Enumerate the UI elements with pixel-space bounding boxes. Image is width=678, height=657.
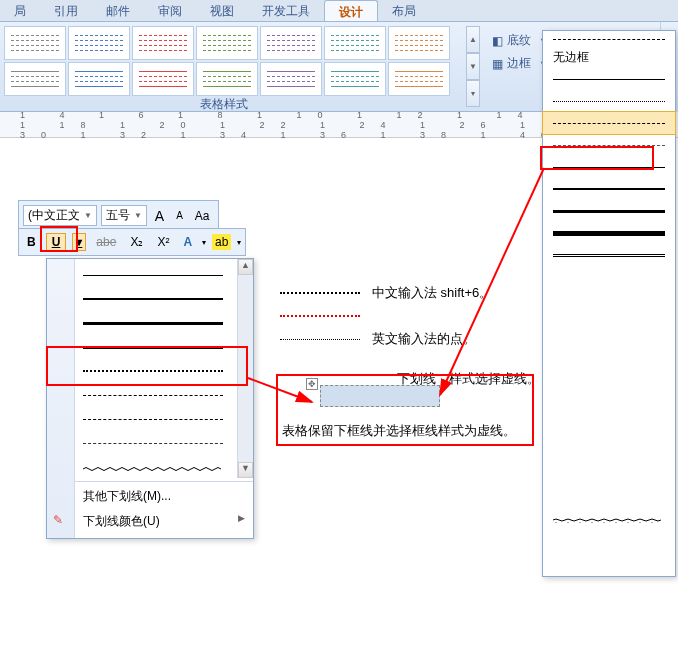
style-thumb[interactable] — [68, 26, 130, 60]
border-option-thin-thick3[interactable] — [543, 420, 675, 442]
border-option-hatch-rev[interactable] — [543, 552, 675, 574]
grow-font-button[interactable]: A — [151, 206, 168, 226]
bold-button[interactable]: B — [23, 233, 40, 251]
text-effects-button[interactable]: A — [179, 233, 196, 251]
dropdown-scrollbar[interactable]: ▲ ▼ — [237, 259, 253, 478]
style-thumb[interactable] — [68, 62, 130, 96]
sample-dotted-en — [280, 339, 360, 340]
change-case-button[interactable]: Aa — [191, 207, 214, 225]
border-option-solid-thick[interactable] — [543, 200, 675, 222]
border-option-dashdot[interactable] — [543, 134, 675, 156]
border-option-dotted[interactable] — [543, 90, 675, 112]
tab-layout[interactable]: 布局 — [378, 0, 430, 21]
border-option-thin-thick2[interactable] — [543, 354, 675, 376]
tab-view[interactable]: 视图 — [196, 0, 248, 21]
underline-option-dash-long[interactable] — [47, 407, 253, 431]
underline-button[interactable]: U — [46, 233, 67, 251]
style-thumb[interactable] — [388, 62, 450, 96]
underline-option-dashdot[interactable] — [47, 431, 253, 455]
style-thumb[interactable] — [196, 62, 258, 96]
border-option-thin-thick[interactable] — [543, 288, 675, 310]
tab-mail[interactable]: 邮件 — [92, 0, 144, 21]
border-option-triple4[interactable] — [543, 464, 675, 486]
border-style-dropdown: 无边框 — [542, 30, 676, 577]
border-option-solid-med[interactable] — [543, 178, 675, 200]
bucket-icon: ◧ — [492, 34, 503, 48]
gallery-group-label: 表格样式 — [200, 96, 248, 113]
border-option-triple3[interactable] — [543, 398, 675, 420]
font-size-combo[interactable]: 五号▼ — [101, 205, 147, 226]
border-option-solid[interactable] — [543, 68, 675, 90]
style-thumb[interactable] — [4, 62, 66, 96]
style-thumb[interactable] — [324, 62, 386, 96]
underline-dropdown-button[interactable]: ▾ — [72, 233, 86, 251]
doc-text: 英文输入法的点。 — [372, 326, 476, 352]
font-name-combo[interactable]: (中文正文▼ — [23, 205, 97, 226]
style-thumb[interactable] — [260, 26, 322, 60]
border-option-double[interactable] — [543, 244, 675, 266]
document-content: 中文输入法 shift+6。 英文输入法的点。 下划线，样式选择虚线。 — [280, 280, 540, 392]
subscript-button[interactable]: X₂ — [126, 233, 147, 251]
table-style-gallery[interactable] — [4, 26, 464, 107]
doc-text: 中文输入法 shift+6。 — [372, 280, 492, 306]
border-option-thick-thin[interactable] — [543, 310, 675, 332]
mini-format-toolbar-row2: B U▾ abe X₂ X² A▾ ab▾ — [18, 228, 246, 256]
strike-button[interactable]: abe — [92, 233, 120, 251]
style-thumb[interactable] — [132, 62, 194, 96]
tab-devtools[interactable]: 开发工具 — [248, 0, 324, 21]
underline-style-dropdown: 其他下划线(M)... ✎ 下划线颜色(U)▶ ▲ ▼ — [46, 258, 254, 539]
ribbon-tabs: 局 引用 邮件 审阅 视图 开发工具 设计 布局 — [0, 0, 678, 22]
gallery-scroll[interactable]: ▲▼▾ — [466, 26, 480, 107]
tab-review[interactable]: 审阅 — [144, 0, 196, 21]
border-option-solid-xthick[interactable] — [543, 222, 675, 244]
border-option-dashed[interactable] — [543, 112, 675, 134]
border-option-thick-thin2[interactable] — [543, 376, 675, 398]
underline-option-wavy[interactable] — [47, 455, 253, 479]
underline-option-solid[interactable] — [47, 263, 253, 287]
style-thumb[interactable] — [324, 26, 386, 60]
sample-dotted-cn — [280, 292, 360, 294]
border-option-wavy[interactable] — [543, 486, 675, 508]
style-thumb[interactable] — [260, 62, 322, 96]
style-thumb[interactable] — [132, 26, 194, 60]
border-option-triple[interactable] — [543, 266, 675, 288]
underline-option-solid2[interactable] — [47, 287, 253, 311]
shrink-font-button[interactable]: A — [172, 208, 187, 223]
style-thumb[interactable] — [388, 26, 450, 60]
superscript-button[interactable]: X² — [153, 233, 173, 251]
more-underlines-option[interactable]: 其他下划线(M)... — [47, 484, 253, 509]
style-thumb[interactable] — [196, 26, 258, 60]
borders-label: 边框 — [507, 55, 531, 72]
shading-label: 底纹 — [507, 32, 531, 49]
border-option-hatch[interactable] — [543, 530, 675, 552]
border-option-double-wavy[interactable] — [543, 508, 675, 530]
underline-option-double[interactable] — [47, 335, 253, 359]
border-preview — [543, 33, 675, 46]
table-move-handle[interactable]: ✥ — [306, 378, 318, 390]
no-border-option[interactable]: 无边框 — [543, 46, 675, 68]
highlight-button[interactable]: ab — [212, 234, 231, 250]
tab-layout-global[interactable]: 局 — [0, 0, 40, 21]
tab-design[interactable]: 设计 — [324, 0, 378, 21]
table-cell-selected[interactable] — [320, 385, 440, 407]
tab-reference[interactable]: 引用 — [40, 0, 92, 21]
underline-option-dashed[interactable] — [47, 383, 253, 407]
border-option-thick-thin3[interactable] — [543, 442, 675, 464]
underline-color-option[interactable]: ✎ 下划线颜色(U)▶ — [47, 509, 253, 534]
underline-option-dotted[interactable] — [47, 359, 253, 383]
border-option-solid-thin[interactable] — [543, 156, 675, 178]
border-option-triple2[interactable] — [543, 332, 675, 354]
spellcheck-wavy — [280, 315, 360, 317]
grid-icon: ▦ — [492, 57, 503, 71]
pen-icon: ✎ — [53, 513, 63, 527]
mini-format-toolbar-row1: (中文正文▼ 五号▼ A A Aa — [18, 200, 219, 231]
doc-text: 表格保留下框线并选择框线样式为虚线。 — [282, 422, 516, 440]
style-thumb[interactable] — [4, 26, 66, 60]
underline-option-solid3[interactable] — [47, 311, 253, 335]
